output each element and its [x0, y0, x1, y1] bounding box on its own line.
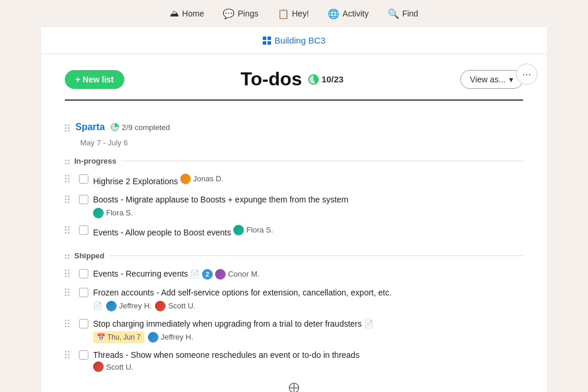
date-badge: 📅 Thu, Jun 7	[93, 331, 144, 343]
breadcrumb-label: Building BC3	[275, 35, 326, 45]
avatar	[93, 361, 104, 372]
progress-badge: 10/23	[308, 74, 344, 85]
section-in-progress: In-progress	[65, 157, 523, 165]
doc-icon: 📄	[364, 320, 374, 328]
todo-checkbox[interactable]	[79, 195, 88, 204]
todo-assignee: Jeffrey H.	[148, 331, 193, 343]
nav-pings[interactable]: 💬 Pings	[223, 8, 258, 19]
avatar	[93, 208, 104, 218]
drag-handle[interactable]	[65, 122, 70, 132]
grid-icon	[263, 36, 271, 45]
todo-meta: Flora S.	[93, 207, 523, 219]
page-header: + New list To-dos 10/23 View as... ▾	[65, 54, 523, 101]
breadcrumb-bar: Building BC3	[41, 27, 547, 54]
todo-drag-handle[interactable]	[65, 349, 74, 358]
nav-home[interactable]: ⛰ Home	[170, 8, 204, 19]
nav-home-label: Home	[182, 9, 204, 18]
new-list-button[interactable]: + New list	[65, 70, 124, 89]
section-drag-handle[interactable]	[65, 253, 70, 259]
page-title-area: To-dos 10/23	[240, 68, 343, 90]
todo-drag-handle[interactable]	[65, 173, 74, 182]
todo-content: Highrise 2 Explorations Jonas D.	[93, 173, 523, 188]
view-as-button[interactable]: View as... ▾	[460, 70, 523, 89]
todo-meta: 📄 Jeffrey H. Scott U.	[93, 300, 523, 312]
title-text: To-dos	[240, 68, 302, 90]
todo-drag-handle[interactable]	[65, 194, 74, 203]
new-list-label: + New list	[75, 75, 114, 84]
page-title: To-dos 10/23	[240, 68, 343, 90]
nav-hey[interactable]: 📋 Hey!	[278, 8, 309, 19]
todo-checkbox[interactable]	[79, 225, 88, 235]
home-icon: ⛰	[170, 8, 179, 19]
badge-count: 2	[202, 269, 213, 280]
hey-icon: 📋	[278, 8, 289, 19]
section-shipped: Shipped	[65, 251, 523, 260]
todo-content: Frozen accounts - Add self-service optio…	[93, 287, 523, 312]
list-content: Sparta 2/9 completed May 7 - July 6 In-p…	[65, 101, 523, 378]
calendar-icon: 📅	[97, 332, 105, 343]
todo-text: Frozen accounts - Add self-service optio…	[93, 287, 523, 299]
todo-checkbox[interactable]	[79, 350, 88, 360]
todo-text: Stop charging immediately when upgrading…	[93, 319, 362, 328]
todo-item: Events - Allow people to Boost events Fl…	[65, 221, 523, 242]
nav-hey-label: Hey!	[292, 9, 309, 18]
list-title-link[interactable]: Sparta	[75, 122, 105, 132]
todo-drag-handle[interactable]	[65, 268, 74, 277]
list-title: Sparta	[75, 122, 105, 132]
chevron-down-icon: ▾	[509, 75, 513, 84]
avatar	[155, 301, 166, 311]
avatar	[180, 174, 191, 184]
todo-item: Frozen accounts - Add self-service optio…	[65, 284, 523, 315]
assignee-name: Scott U.	[106, 361, 133, 373]
activity-icon: 🌐	[328, 8, 339, 19]
todo-item: Highrise 2 Explorations Jonas D.	[65, 170, 523, 191]
cursor-indicator	[288, 382, 300, 392]
todo-assignee: Flora S.	[93, 207, 133, 219]
todo-drag-handle[interactable]	[65, 224, 74, 234]
assignee-name: Flora S.	[246, 224, 273, 236]
todo-drag-handle[interactable]	[65, 287, 74, 296]
list-date-text: May 7 - July 6	[80, 138, 128, 147]
nav-activity-label: Activity	[342, 9, 368, 18]
list-group-header: Sparta 2/9 completed	[65, 122, 523, 132]
find-icon: 🔍	[388, 8, 399, 19]
todo-content: Events - Allow people to Boost events Fl…	[93, 224, 523, 239]
todo-item: Boosts - Migrate applause to Boosts + ex…	[65, 191, 523, 222]
todo-item: Events - Recurring events 📄 2 Conor M.	[65, 265, 523, 284]
todo-assignee: Flora S.	[233, 224, 273, 236]
nav-pings-label: Pings	[237, 9, 258, 18]
section-shipped-label: Shipped	[74, 251, 104, 260]
list-progress-text: 2/9 completed	[122, 123, 170, 132]
todo-assignee: Jonas D.	[180, 173, 223, 185]
todo-checkbox[interactable]	[79, 174, 88, 184]
top-navigation: ⛰ Home 💬 Pings 📋 Hey! 🌐 Activity 🔍 Find	[0, 0, 588, 27]
todo-text: Events - Allow people to Boost events	[93, 228, 231, 237]
todo-content: Threads - Show when someone reschedules …	[93, 349, 523, 376]
todo-item: Threads - Show when someone reschedules …	[65, 346, 523, 379]
progress-circle-icon	[308, 74, 319, 85]
todo-assignee: 📄 2 Conor M.	[190, 268, 259, 280]
date-text: Thu, Jun 7	[107, 332, 141, 343]
breadcrumb-link[interactable]: Building BC3	[263, 35, 326, 45]
todo-assignee: Jeffrey H.	[106, 300, 151, 312]
todo-drag-handle[interactable]	[65, 318, 74, 327]
nav-activity[interactable]: 🌐 Activity	[328, 8, 368, 19]
todo-checkbox[interactable]	[79, 269, 88, 278]
todo-text: Boosts - Migrate applause to Boosts + ex…	[93, 194, 523, 206]
todo-checkbox[interactable]	[79, 288, 88, 297]
todo-content: Stop charging immediately when upgrading…	[93, 318, 523, 343]
more-options-button[interactable]: ···	[516, 64, 537, 85]
todo-item: Stop charging immediately when upgrading…	[65, 315, 523, 346]
doc-icon: 📄	[190, 268, 200, 280]
pings-icon: 💬	[223, 8, 234, 19]
nav-find[interactable]: 🔍 Find	[388, 8, 418, 19]
todo-text: Highrise 2 Explorations	[93, 177, 178, 186]
todo-meta: 📅 Thu, Jun 7 Jeffrey H.	[93, 331, 523, 343]
todo-checkbox[interactable]	[79, 319, 88, 328]
main-content: ··· + New list To-dos 10/23 View as... ▾	[41, 54, 547, 392]
avatar	[148, 332, 158, 343]
ellipsis-icon: ···	[522, 68, 531, 81]
section-drag-handle[interactable]	[65, 158, 70, 164]
assignee-name: Jeffrey H.	[119, 300, 151, 312]
todo-text: Threads - Show when someone reschedules …	[93, 349, 523, 361]
